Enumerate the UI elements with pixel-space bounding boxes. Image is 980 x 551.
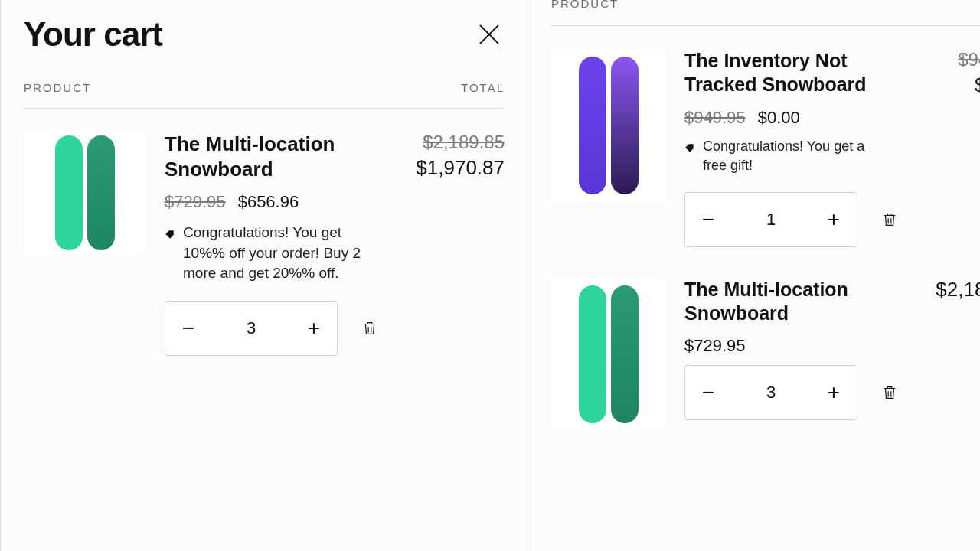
remove-item-button[interactable] [361, 319, 379, 337]
unit-price-original: $949.95 [684, 108, 746, 127]
line-total-original: $2,189.85 [397, 132, 505, 153]
close-icon [475, 21, 503, 48]
snowboard-graphic [611, 285, 639, 423]
divider [551, 25, 980, 26]
close-button[interactable] [474, 19, 505, 50]
quantity-value: 1 [731, 210, 811, 230]
quantity-stepper: − 3 + [684, 365, 858, 420]
divider [24, 108, 505, 109]
promo-text: Congratulations! You get 10%% off your o… [183, 223, 364, 284]
quantity-increase-button[interactable]: + [291, 302, 337, 355]
line-total-discounted: $0.00 [917, 73, 980, 97]
line-total: $2,189.85 [917, 278, 980, 302]
line-total-discounted: $1,970.87 [397, 156, 505, 180]
trash-icon [881, 211, 898, 228]
quantity-increase-button[interactable]: + [811, 366, 857, 419]
remove-item-button[interactable] [880, 210, 899, 229]
snowboard-graphic [579, 285, 606, 423]
quantity-value: 3 [731, 383, 811, 403]
cart-item: The Multi-location Snowboard $729.95 − 3… [551, 278, 980, 431]
quantity-stepper: − 1 + [684, 192, 858, 247]
tag-icon [165, 226, 175, 236]
line-total-original: $949.95 [917, 49, 980, 70]
quantity-value: 3 [211, 318, 291, 338]
product-thumbnail [24, 132, 146, 254]
trash-icon [881, 384, 898, 401]
product-name: The Inventory Not Tracked Snowboard [684, 49, 899, 97]
cart-title: Your cart [24, 15, 162, 54]
promo-text: Congratulations! You get a free gift! [703, 137, 868, 175]
unit-price-original: $729.95 [165, 192, 226, 211]
product-name: The Multi-location Snowboard [165, 132, 379, 181]
quantity-decrease-button[interactable]: − [685, 366, 731, 419]
unit-price: $729.95 [684, 336, 746, 355]
product-name: The Multi-location Snowboard [684, 278, 899, 326]
column-label-total: TOTAL [461, 81, 505, 94]
remove-item-button[interactable] [880, 383, 899, 402]
trash-icon [361, 320, 378, 337]
snowboard-graphic [87, 135, 115, 250]
unit-price-discounted: $0.00 [758, 108, 800, 127]
quantity-stepper: − 3 + [165, 301, 338, 356]
cart-item: The Inventory Not Tracked Snowboard $949… [551, 49, 980, 247]
snowboard-graphic [55, 135, 83, 250]
snowboard-graphic [579, 57, 606, 194]
quantity-increase-button[interactable]: + [811, 193, 857, 246]
quantity-decrease-button[interactable]: − [165, 302, 211, 355]
column-label-product: PRODUCT [24, 81, 91, 94]
snowboard-graphic [611, 57, 639, 194]
unit-price-discounted: $656.96 [238, 192, 299, 211]
tag-icon [684, 140, 695, 151]
product-thumbnail [551, 49, 666, 202]
product-thumbnail [551, 278, 666, 431]
column-label-product: PRODUCT [551, 0, 619, 10]
cart-item: The Multi-location Snowboard $729.95 $65… [24, 132, 505, 356]
quantity-decrease-button[interactable]: − [685, 193, 731, 246]
